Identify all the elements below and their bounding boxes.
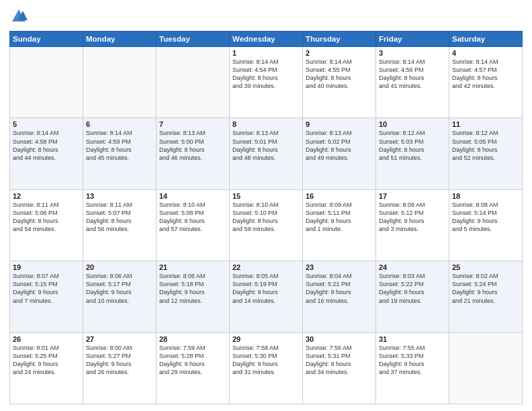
day-number: 20 xyxy=(86,263,153,271)
calendar-cell: 16Sunrise: 8:09 AM Sunset: 5:11 PM Dayli… xyxy=(303,189,376,261)
day-info: Sunrise: 8:07 AM Sunset: 5:15 PM Dayligh… xyxy=(13,272,80,305)
day-number: 4 xyxy=(452,49,519,57)
day-number: 21 xyxy=(159,263,226,271)
day-info: Sunrise: 8:06 AM Sunset: 5:18 PM Dayligh… xyxy=(159,272,226,305)
calendar-cell: 28Sunrise: 7:59 AM Sunset: 5:28 PM Dayli… xyxy=(157,332,230,404)
calendar-cell xyxy=(83,47,157,118)
logo xyxy=(9,7,31,26)
calendar-cell: 29Sunrise: 7:58 AM Sunset: 5:30 PM Dayli… xyxy=(230,332,303,404)
calendar-cell: 5Sunrise: 8:14 AM Sunset: 4:58 PM Daylig… xyxy=(10,118,83,189)
calendar-cell: 20Sunrise: 8:06 AM Sunset: 5:17 PM Dayli… xyxy=(83,261,157,332)
day-info: Sunrise: 8:09 AM Sunset: 5:12 PM Dayligh… xyxy=(379,201,446,234)
weekday-header-saturday: Saturday xyxy=(449,32,523,47)
day-info: Sunrise: 8:13 AM Sunset: 5:00 PM Dayligh… xyxy=(159,129,226,162)
day-info: Sunrise: 7:55 AM Sunset: 5:33 PM Dayligh… xyxy=(379,344,446,377)
day-info: Sunrise: 8:14 AM Sunset: 4:55 PM Dayligh… xyxy=(306,58,373,91)
day-info: Sunrise: 8:02 AM Sunset: 5:24 PM Dayligh… xyxy=(452,272,519,305)
weekday-header-tuesday: Tuesday xyxy=(157,32,230,47)
day-info: Sunrise: 8:12 AM Sunset: 5:03 PM Dayligh… xyxy=(379,129,446,162)
calendar-cell: 31Sunrise: 7:55 AM Sunset: 5:33 PM Dayli… xyxy=(376,332,449,404)
calendar-cell xyxy=(449,332,523,404)
day-info: Sunrise: 8:00 AM Sunset: 5:27 PM Dayligh… xyxy=(86,344,153,377)
calendar-cell: 21Sunrise: 8:06 AM Sunset: 5:18 PM Dayli… xyxy=(157,261,230,332)
calendar-cell: 10Sunrise: 8:12 AM Sunset: 5:03 PM Dayli… xyxy=(376,118,449,189)
calendar-cell: 17Sunrise: 8:09 AM Sunset: 5:12 PM Dayli… xyxy=(376,189,449,261)
day-info: Sunrise: 8:06 AM Sunset: 5:17 PM Dayligh… xyxy=(86,272,153,305)
calendar-cell: 24Sunrise: 8:03 AM Sunset: 5:22 PM Dayli… xyxy=(376,261,449,332)
calendar-cell: 23Sunrise: 8:04 AM Sunset: 5:21 PM Dayli… xyxy=(303,261,376,332)
calendar-cell: 9Sunrise: 8:13 AM Sunset: 5:02 PM Daylig… xyxy=(303,118,376,189)
calendar-cell: 7Sunrise: 8:13 AM Sunset: 5:00 PM Daylig… xyxy=(157,118,230,189)
day-number: 27 xyxy=(86,335,153,343)
day-info: Sunrise: 8:10 AM Sunset: 5:08 PM Dayligh… xyxy=(159,201,226,234)
day-info: Sunrise: 8:04 AM Sunset: 5:21 PM Dayligh… xyxy=(306,272,373,305)
day-number: 2 xyxy=(306,49,373,57)
day-number: 26 xyxy=(13,335,80,343)
day-number: 25 xyxy=(452,263,519,271)
calendar-cell: 30Sunrise: 7:56 AM Sunset: 5:31 PM Dayli… xyxy=(303,332,376,404)
day-info: Sunrise: 8:14 AM Sunset: 4:59 PM Dayligh… xyxy=(86,129,153,162)
calendar-cell xyxy=(157,47,230,118)
day-number: 8 xyxy=(232,120,300,128)
logo-icon xyxy=(9,7,28,26)
calendar-cell: 11Sunrise: 8:12 AM Sunset: 5:05 PM Dayli… xyxy=(449,118,523,189)
calendar-cell: 1Sunrise: 8:14 AM Sunset: 4:54 PM Daylig… xyxy=(230,47,303,118)
day-info: Sunrise: 8:14 AM Sunset: 4:56 PM Dayligh… xyxy=(379,58,446,91)
calendar-week-row: 1Sunrise: 8:14 AM Sunset: 4:54 PM Daylig… xyxy=(10,47,523,118)
day-number: 1 xyxy=(232,49,300,57)
day-info: Sunrise: 8:13 AM Sunset: 5:02 PM Dayligh… xyxy=(306,129,373,162)
day-number: 16 xyxy=(306,192,373,200)
day-info: Sunrise: 7:58 AM Sunset: 5:30 PM Dayligh… xyxy=(232,344,300,377)
day-number: 23 xyxy=(306,263,373,271)
day-number: 12 xyxy=(13,192,80,200)
day-info: Sunrise: 8:14 AM Sunset: 4:57 PM Dayligh… xyxy=(452,58,519,91)
day-info: Sunrise: 8:14 AM Sunset: 4:58 PM Dayligh… xyxy=(13,129,80,162)
day-info: Sunrise: 8:10 AM Sunset: 5:10 PM Dayligh… xyxy=(232,201,300,234)
weekday-header-thursday: Thursday xyxy=(303,32,376,47)
day-info: Sunrise: 8:03 AM Sunset: 5:22 PM Dayligh… xyxy=(379,272,446,305)
day-number: 14 xyxy=(159,192,226,200)
day-number: 17 xyxy=(379,192,446,200)
page: SundayMondayTuesdayWednesdayThursdayFrid… xyxy=(0,0,532,411)
day-info: Sunrise: 8:05 AM Sunset: 5:19 PM Dayligh… xyxy=(232,272,300,305)
day-info: Sunrise: 8:09 AM Sunset: 5:11 PM Dayligh… xyxy=(306,201,373,234)
day-info: Sunrise: 8:12 AM Sunset: 5:05 PM Dayligh… xyxy=(452,129,519,162)
calendar-cell: 25Sunrise: 8:02 AM Sunset: 5:24 PM Dayli… xyxy=(449,261,523,332)
day-number: 5 xyxy=(13,120,80,128)
calendar-week-row: 5Sunrise: 8:14 AM Sunset: 4:58 PM Daylig… xyxy=(10,118,523,189)
day-number: 29 xyxy=(232,335,300,343)
day-info: Sunrise: 8:11 AM Sunset: 5:06 PM Dayligh… xyxy=(13,201,80,234)
calendar-cell: 8Sunrise: 8:13 AM Sunset: 5:01 PM Daylig… xyxy=(230,118,303,189)
calendar-cell: 22Sunrise: 8:05 AM Sunset: 5:19 PM Dayli… xyxy=(230,261,303,332)
calendar-cell: 3Sunrise: 8:14 AM Sunset: 4:56 PM Daylig… xyxy=(376,47,449,118)
day-number: 10 xyxy=(379,120,446,128)
calendar-cell: 19Sunrise: 8:07 AM Sunset: 5:15 PM Dayli… xyxy=(10,261,83,332)
day-number: 6 xyxy=(86,120,153,128)
day-info: Sunrise: 8:13 AM Sunset: 5:01 PM Dayligh… xyxy=(232,129,300,162)
calendar-cell: 13Sunrise: 8:11 AM Sunset: 5:07 PM Dayli… xyxy=(83,189,157,261)
calendar-cell: 15Sunrise: 8:10 AM Sunset: 5:10 PM Dayli… xyxy=(230,189,303,261)
calendar-cell: 26Sunrise: 8:01 AM Sunset: 5:25 PM Dayli… xyxy=(10,332,83,404)
day-info: Sunrise: 7:56 AM Sunset: 5:31 PM Dayligh… xyxy=(306,344,373,377)
day-info: Sunrise: 8:11 AM Sunset: 5:07 PM Dayligh… xyxy=(86,201,153,234)
weekday-header-wednesday: Wednesday xyxy=(230,32,303,47)
calendar-cell: 6Sunrise: 8:14 AM Sunset: 4:59 PM Daylig… xyxy=(83,118,157,189)
day-number: 7 xyxy=(159,120,226,128)
day-number: 3 xyxy=(379,49,446,57)
day-number: 30 xyxy=(306,335,373,343)
calendar-week-row: 19Sunrise: 8:07 AM Sunset: 5:15 PM Dayli… xyxy=(10,261,523,332)
calendar-cell xyxy=(10,47,83,118)
calendar-cell: 12Sunrise: 8:11 AM Sunset: 5:06 PM Dayli… xyxy=(10,189,83,261)
day-number: 9 xyxy=(306,120,373,128)
header xyxy=(9,7,523,26)
calendar-cell: 14Sunrise: 8:10 AM Sunset: 5:08 PM Dayli… xyxy=(157,189,230,261)
day-number: 15 xyxy=(232,192,300,200)
weekday-header-row: SundayMondayTuesdayWednesdayThursdayFrid… xyxy=(10,32,523,47)
calendar-cell: 4Sunrise: 8:14 AM Sunset: 4:57 PM Daylig… xyxy=(449,47,523,118)
day-info: Sunrise: 8:14 AM Sunset: 4:54 PM Dayligh… xyxy=(232,58,300,91)
day-number: 28 xyxy=(159,335,226,343)
calendar-week-row: 26Sunrise: 8:01 AM Sunset: 5:25 PM Dayli… xyxy=(10,332,523,404)
weekday-header-friday: Friday xyxy=(376,32,449,47)
calendar-cell: 2Sunrise: 8:14 AM Sunset: 4:55 PM Daylig… xyxy=(303,47,376,118)
day-number: 31 xyxy=(379,335,446,343)
